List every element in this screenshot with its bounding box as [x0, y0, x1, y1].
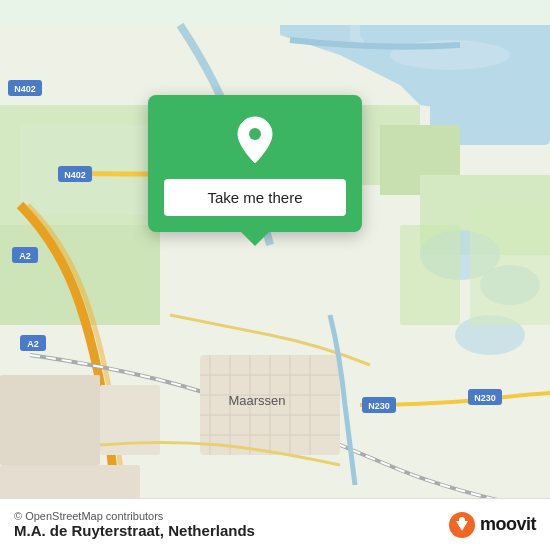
map-container: N402 N402 A2 A2 A2 A2 Maarssen [0, 0, 550, 550]
svg-rect-36 [0, 375, 100, 465]
bottom-bar: © OpenStreetMap contributors M.A. de Ruy… [0, 498, 550, 550]
svg-text:Maarssen: Maarssen [228, 393, 285, 408]
svg-text:N402: N402 [14, 84, 36, 94]
take-me-there-button[interactable]: Take me there [164, 179, 346, 216]
location-label: M.A. de Ruyterstraat, Netherlands [14, 522, 255, 539]
svg-point-48 [249, 128, 261, 140]
location-pin-icon [233, 115, 277, 167]
moovit-logo: moovit [448, 511, 536, 539]
svg-text:N230: N230 [474, 393, 496, 403]
navigation-popup: Take me there [148, 95, 362, 232]
moovit-icon [448, 511, 476, 539]
moovit-text: moovit [480, 514, 536, 535]
map-background: N402 N402 A2 A2 A2 A2 Maarssen [0, 0, 550, 550]
svg-text:N230: N230 [368, 401, 390, 411]
svg-text:N402: N402 [64, 170, 86, 180]
svg-rect-47 [470, 205, 550, 325]
osm-attribution: © OpenStreetMap contributors [14, 510, 255, 522]
svg-text:A2: A2 [19, 251, 31, 261]
svg-point-51 [459, 517, 465, 523]
svg-rect-46 [400, 225, 460, 325]
svg-text:A2: A2 [27, 339, 39, 349]
location-icon-wrap [229, 115, 281, 167]
bottom-left: © OpenStreetMap contributors M.A. de Ruy… [14, 510, 255, 539]
